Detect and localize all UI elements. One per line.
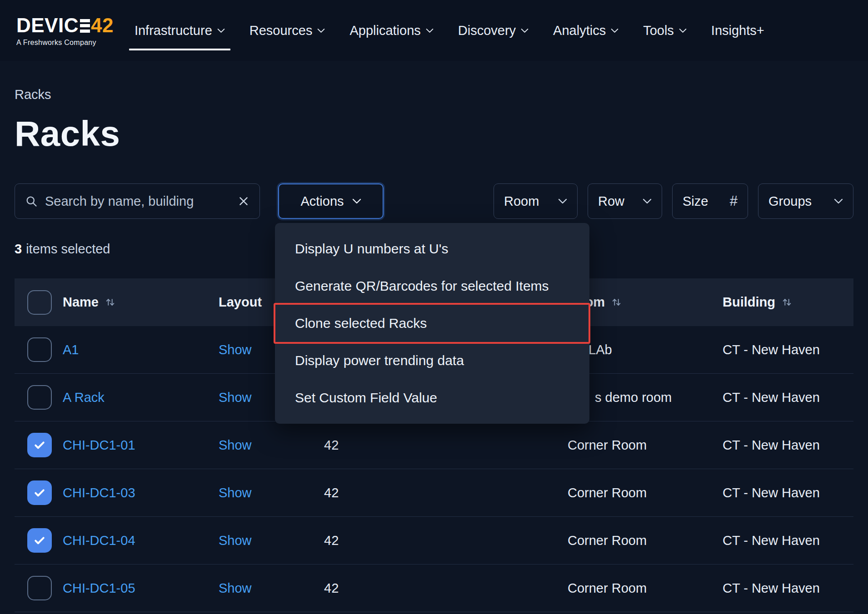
room-cell: Corner Room — [568, 485, 723, 500]
chevron-down-icon — [521, 28, 529, 33]
chevron-down-icon — [679, 28, 687, 33]
layout-show-link[interactable]: Show — [219, 342, 252, 357]
row-checkbox[interactable] — [27, 433, 52, 457]
layout-show-link[interactable]: Show — [219, 485, 252, 500]
search-icon — [25, 195, 38, 208]
actions-button[interactable]: Actions — [278, 183, 384, 219]
menu-item-generate-qr-barcodes[interactable]: Generate QR/Barcodes for selected Items — [275, 267, 589, 305]
selection-count: 3 — [15, 242, 22, 256]
room-cell: Corner Room — [568, 581, 723, 596]
building-cell: CT - New Haven — [723, 485, 853, 500]
nav-item-discovery[interactable]: Discovery — [458, 0, 529, 61]
sort-icon — [611, 297, 622, 307]
check-icon — [33, 534, 46, 547]
toolbar: Actions Room Row Size # Groups — [15, 183, 853, 219]
rack-name-link[interactable]: A1 — [63, 342, 79, 357]
search-input[interactable] — [45, 194, 230, 209]
row-checkbox[interactable] — [27, 528, 52, 553]
rack-name-link[interactable]: A Rack — [63, 390, 105, 405]
size-cell: 42 — [324, 438, 568, 453]
room-cell: Corner Room — [568, 438, 723, 453]
breadcrumb[interactable]: Racks — [15, 87, 51, 102]
chevron-down-icon — [217, 28, 225, 33]
menu-item-set-custom-field-value[interactable]: Set Custom Field Value — [275, 379, 589, 416]
logo-e-glyph — [80, 19, 90, 33]
logo-text: DEVIC — [16, 14, 79, 37]
building-cell: CT - New Haven — [723, 533, 853, 548]
page-title: Racks — [15, 113, 853, 154]
room-cell: Corner Room — [568, 533, 723, 548]
menu-item-clone-selected-racks[interactable]: Clone selected Racks — [275, 305, 589, 342]
chevron-down-icon — [643, 198, 652, 204]
chevron-down-icon — [834, 198, 843, 204]
menu-item-display-u-numbers[interactable]: Display U numbers at U's — [275, 230, 589, 267]
layout-show-link[interactable]: Show — [219, 390, 252, 405]
table-row: CHI-DC1-01 Show 42 Corner Room CT - New … — [15, 421, 853, 469]
chevron-down-icon — [352, 198, 361, 204]
row-checkbox[interactable] — [27, 480, 52, 505]
hash-icon: # — [730, 193, 738, 209]
column-header-room[interactable]: Room — [568, 295, 723, 310]
row-filter-select[interactable]: Row — [588, 183, 662, 219]
nav-item-applications[interactable]: Applications — [349, 0, 433, 61]
menu-item-display-power-trending[interactable]: Display power trending data — [275, 342, 589, 379]
rack-name-link[interactable]: CHI-DC1-04 — [63, 533, 135, 548]
top-nav-bar: DEVIC42 A Freshworks Company Infrastruct… — [0, 0, 868, 61]
table-row: CHI-DC1-05 Show 42 Corner Room CT - New … — [15, 564, 853, 612]
row-checkbox[interactable] — [27, 337, 52, 362]
nav-item-resources[interactable]: Resources — [249, 0, 325, 61]
building-cell: CT - New Haven — [723, 390, 853, 405]
nav-item-analytics[interactable]: Analytics — [553, 0, 619, 61]
table-row: CHI-DC1-04 Show 42 Corner Room CT - New … — [15, 517, 853, 564]
size-cell: 42 — [324, 581, 568, 596]
building-cell: CT - New Haven — [723, 581, 853, 596]
filter-group: Room Row Size # Groups — [494, 183, 853, 219]
layout-show-link[interactable]: Show — [219, 533, 252, 548]
row-checkbox[interactable] — [27, 576, 52, 600]
search-box — [15, 183, 260, 219]
table-row: CHI-DC1-03 Show 42 Corner Room CT - New … — [15, 469, 853, 517]
layout-show-link[interactable]: Show — [219, 581, 252, 595]
column-header-building[interactable]: Building — [723, 295, 853, 310]
layout-show-link[interactable]: Show — [219, 438, 252, 452]
close-icon — [238, 195, 249, 207]
chevron-down-icon — [611, 28, 619, 33]
check-icon — [33, 486, 46, 500]
actions-dropdown-menu: Display U numbers at U's Generate QR/Bar… — [275, 223, 589, 424]
logo-accent: 42 — [91, 14, 114, 37]
size-cell: 42 — [324, 533, 568, 548]
rack-name-link[interactable]: CHI-DC1-05 — [63, 581, 135, 595]
room-filter-select[interactable]: Room — [494, 183, 578, 219]
groups-filter-select[interactable]: Groups — [758, 183, 853, 219]
sort-icon — [105, 297, 115, 307]
main-nav: Infrastructure Resources Applications Di… — [135, 0, 764, 61]
select-all-checkbox[interactable] — [27, 290, 52, 315]
size-filter-input[interactable]: Size # — [672, 183, 748, 219]
nav-item-tools[interactable]: Tools — [643, 0, 687, 61]
nav-item-insights-plus[interactable]: Insights+ — [711, 0, 764, 61]
chevron-down-icon — [317, 28, 325, 33]
clear-search-button[interactable] — [238, 195, 249, 207]
rack-name-link[interactable]: CHI-DC1-01 — [63, 438, 135, 452]
chevron-down-icon — [426, 28, 434, 33]
chevron-down-icon — [558, 198, 567, 204]
check-icon — [33, 438, 46, 452]
nav-item-infrastructure[interactable]: Infrastructure — [135, 0, 225, 61]
rack-name-link[interactable]: CHI-DC1-03 — [63, 485, 135, 500]
brand-tagline: A Freshworks Company — [16, 39, 114, 47]
sort-icon — [782, 297, 792, 307]
row-checkbox[interactable] — [27, 385, 52, 410]
brand-logo[interactable]: DEVIC42 A Freshworks Company — [16, 14, 114, 47]
column-header-name[interactable]: Name — [63, 295, 219, 310]
building-cell: CT - New Haven — [723, 342, 853, 357]
size-cell: 42 — [324, 485, 568, 500]
selection-label: items selected — [26, 242, 110, 256]
building-cell: CT - New Haven — [723, 438, 853, 453]
